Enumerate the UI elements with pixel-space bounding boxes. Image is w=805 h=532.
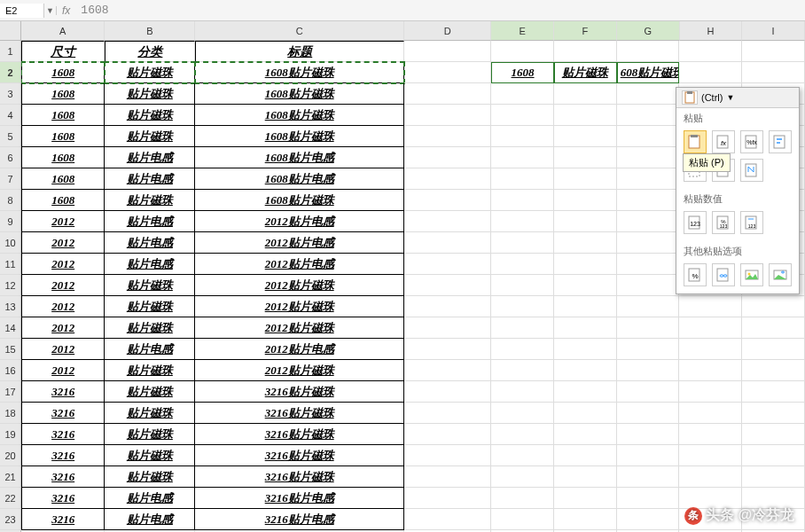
cell[interactable]: 贴片电感: [105, 488, 195, 509]
paste-values-formatting-button[interactable]: %123: [712, 211, 735, 234]
cell[interactable]: [491, 466, 554, 488]
cell[interactable]: [554, 105, 617, 126]
row-header[interactable]: 15: [0, 339, 21, 360]
cell[interactable]: 1608: [21, 147, 105, 168]
row-header[interactable]: 20: [0, 445, 21, 466]
cell[interactable]: [617, 488, 680, 509]
column-header-B[interactable]: B: [105, 21, 195, 41]
cell[interactable]: [554, 190, 617, 211]
cell[interactable]: 1608: [21, 126, 105, 147]
cell[interactable]: [491, 488, 554, 509]
cell[interactable]: 贴片磁珠: [105, 403, 195, 424]
cell[interactable]: [679, 360, 742, 381]
cell[interactable]: [554, 381, 617, 403]
cell[interactable]: [617, 296, 680, 317]
cell[interactable]: [742, 317, 805, 339]
column-header-H[interactable]: H: [680, 21, 743, 41]
column-header-G[interactable]: G: [617, 21, 680, 41]
cell[interactable]: [404, 403, 491, 424]
row-header[interactable]: 17: [0, 381, 21, 403]
cell[interactable]: [554, 466, 617, 488]
cell[interactable]: 贴片磁珠: [105, 83, 195, 105]
cell[interactable]: [404, 147, 491, 168]
cell[interactable]: [554, 275, 617, 296]
cell[interactable]: [679, 381, 742, 403]
cell[interactable]: [554, 488, 617, 509]
row-header[interactable]: 10: [0, 232, 21, 254]
row-header[interactable]: 12: [0, 275, 21, 296]
row-header[interactable]: 2: [0, 62, 21, 83]
column-header-A[interactable]: A: [21, 21, 105, 41]
row-header[interactable]: 18: [0, 403, 21, 424]
column-header-F[interactable]: F: [554, 21, 617, 41]
cell[interactable]: [491, 254, 554, 275]
cell[interactable]: 2012贴片电感: [195, 232, 403, 254]
cell[interactable]: 贴片磁珠: [105, 381, 195, 403]
paste-formulas-formatting-button[interactable]: %fx: [740, 130, 763, 153]
cell[interactable]: 2012: [21, 275, 105, 296]
cell[interactable]: [617, 254, 680, 275]
row-header[interactable]: 16: [0, 360, 21, 381]
cell[interactable]: 3216贴片磁珠: [195, 381, 403, 403]
cell[interactable]: 1608贴片电感: [195, 147, 403, 168]
cell[interactable]: [742, 403, 805, 424]
row-header[interactable]: 3: [0, 83, 21, 105]
column-header-E[interactable]: E: [491, 21, 554, 41]
cell[interactable]: [404, 339, 491, 360]
cell[interactable]: 2012: [21, 211, 105, 232]
cell[interactable]: 1608: [21, 190, 105, 211]
cell[interactable]: [404, 41, 491, 62]
cell[interactable]: 2012: [21, 317, 105, 339]
cell[interactable]: [404, 488, 491, 509]
cell[interactable]: 2012: [21, 339, 105, 360]
paste-values-source-button[interactable]: 123: [740, 211, 763, 234]
cell[interactable]: [617, 466, 680, 488]
cell[interactable]: 贴片磁珠: [554, 62, 617, 83]
cell[interactable]: [404, 126, 491, 147]
name-box-dropdown[interactable]: ▼: [44, 6, 57, 15]
row-header[interactable]: 7: [0, 168, 21, 190]
cell[interactable]: 贴片磁珠: [105, 275, 195, 296]
cell[interactable]: 1608: [21, 168, 105, 190]
cell[interactable]: [554, 41, 617, 62]
cell[interactable]: [554, 147, 617, 168]
cell[interactable]: [491, 275, 554, 296]
cell[interactable]: [617, 126, 680, 147]
cell[interactable]: [742, 41, 805, 62]
cell[interactable]: [617, 190, 680, 211]
cell[interactable]: [404, 466, 491, 488]
cell[interactable]: 1608: [21, 105, 105, 126]
cell[interactable]: 2012: [21, 254, 105, 275]
cell[interactable]: [742, 62, 805, 83]
cell[interactable]: [617, 83, 680, 105]
cell[interactable]: [491, 381, 554, 403]
cell[interactable]: [491, 296, 554, 317]
cell[interactable]: 1608贴片磁珠: [195, 190, 403, 211]
cell[interactable]: [679, 403, 742, 424]
fx-icon[interactable]: fx: [62, 4, 70, 17]
cell[interactable]: [617, 424, 680, 445]
cell[interactable]: [404, 211, 491, 232]
paste-formulas-button[interactable]: fx: [712, 130, 735, 153]
cell[interactable]: 贴片磁珠: [105, 360, 195, 381]
cell[interactable]: [491, 360, 554, 381]
cell[interactable]: 尺寸: [21, 41, 105, 62]
cell[interactable]: [742, 296, 805, 317]
cell[interactable]: [554, 254, 617, 275]
cell[interactable]: [679, 62, 742, 83]
cell[interactable]: [404, 360, 491, 381]
cell[interactable]: [404, 62, 491, 83]
cell[interactable]: 贴片磁珠: [105, 126, 195, 147]
cell[interactable]: [404, 83, 491, 105]
cell[interactable]: [491, 190, 554, 211]
cell[interactable]: 贴片电感: [105, 232, 195, 254]
cell[interactable]: 标题: [195, 41, 403, 62]
cell[interactable]: [554, 424, 617, 445]
cell[interactable]: 3216贴片电感: [195, 509, 403, 530]
row-header[interactable]: 4: [0, 105, 21, 126]
paste-link-button[interactable]: [712, 263, 735, 286]
cell[interactable]: [554, 445, 617, 466]
cell[interactable]: [617, 147, 680, 168]
column-header-C[interactable]: C: [195, 21, 404, 41]
cell[interactable]: 贴片磁珠: [105, 62, 195, 83]
